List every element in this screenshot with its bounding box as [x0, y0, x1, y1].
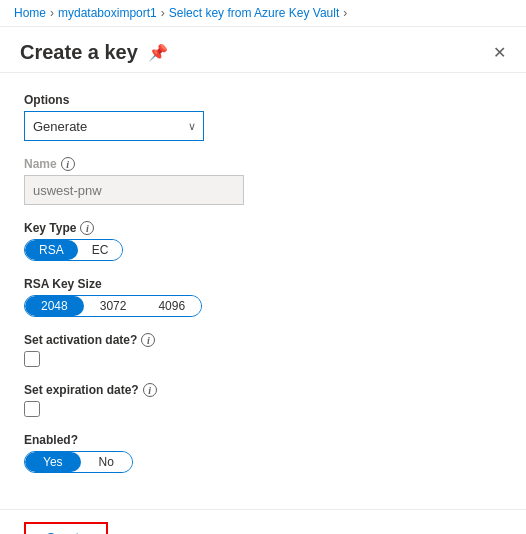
rsa-key-size-group: RSA Key Size 2048 3072 4096: [24, 277, 502, 317]
expiration-checkbox[interactable]: [24, 401, 40, 417]
rsa-size-toggle-group: 2048 3072 4096: [24, 295, 202, 317]
create-key-panel: Home › mydataboximport1 › Select key fro…: [0, 0, 526, 534]
page-title: Create a key: [20, 41, 138, 64]
create-button[interactable]: Create: [24, 522, 108, 534]
panel-header: Create a key 📌 ✕: [0, 27, 526, 73]
activation-checkbox-wrapper: [24, 351, 502, 367]
breadcrumb-sep-2: ›: [161, 6, 165, 20]
name-label: Name i: [24, 157, 502, 171]
pin-icon[interactable]: 📌: [148, 43, 168, 62]
rsa-size-label: RSA Key Size: [24, 277, 502, 291]
breadcrumb-sep-1: ›: [50, 6, 54, 20]
options-select[interactable]: Generate Import Restore Backup: [24, 111, 204, 141]
breadcrumb-home[interactable]: Home: [14, 6, 46, 20]
expiration-info-icon[interactable]: i: [143, 383, 157, 397]
key-type-toggle-group: RSA EC: [24, 239, 123, 261]
activation-date-label: Set activation date? i: [24, 333, 502, 347]
key-type-label: Key Type i: [24, 221, 502, 235]
enabled-label: Enabled?: [24, 433, 502, 447]
options-label: Options: [24, 93, 502, 107]
options-select-wrapper: Generate Import Restore Backup ∨: [24, 111, 204, 141]
key-type-info-icon[interactable]: i: [80, 221, 94, 235]
key-type-ec-button[interactable]: EC: [78, 240, 123, 260]
activation-info-icon[interactable]: i: [141, 333, 155, 347]
close-icon[interactable]: ✕: [493, 43, 506, 62]
breadcrumb-select-key[interactable]: Select key from Azure Key Vault: [169, 6, 340, 20]
enabled-group: Enabled? Yes No: [24, 433, 502, 473]
key-type-rsa-button[interactable]: RSA: [25, 240, 78, 260]
rsa-size-2048-button[interactable]: 2048: [25, 296, 84, 316]
breadcrumb: Home › mydataboximport1 › Select key fro…: [0, 0, 526, 27]
key-type-group: Key Type i RSA EC: [24, 221, 502, 261]
breadcrumb-import[interactable]: mydataboximport1: [58, 6, 157, 20]
breadcrumb-sep-3: ›: [343, 6, 347, 20]
enabled-no-button[interactable]: No: [81, 452, 132, 472]
enabled-toggle-group: Yes No: [24, 451, 133, 473]
form-body: Options Generate Import Restore Backup ∨…: [0, 73, 526, 509]
activation-checkbox[interactable]: [24, 351, 40, 367]
activation-date-group: Set activation date? i: [24, 333, 502, 367]
rsa-size-3072-button[interactable]: 3072: [84, 296, 143, 316]
name-group: Name i: [24, 157, 502, 205]
options-group: Options Generate Import Restore Backup ∨: [24, 93, 502, 141]
panel-footer: Create: [0, 509, 526, 534]
rsa-size-4096-button[interactable]: 4096: [142, 296, 201, 316]
expiration-checkbox-wrapper: [24, 401, 502, 417]
name-input[interactable]: [24, 175, 244, 205]
title-row: Create a key 📌: [20, 41, 168, 64]
expiration-date-label: Set expiration date? i: [24, 383, 502, 397]
enabled-yes-button[interactable]: Yes: [25, 452, 81, 472]
name-info-icon[interactable]: i: [61, 157, 75, 171]
expiration-date-group: Set expiration date? i: [24, 383, 502, 417]
